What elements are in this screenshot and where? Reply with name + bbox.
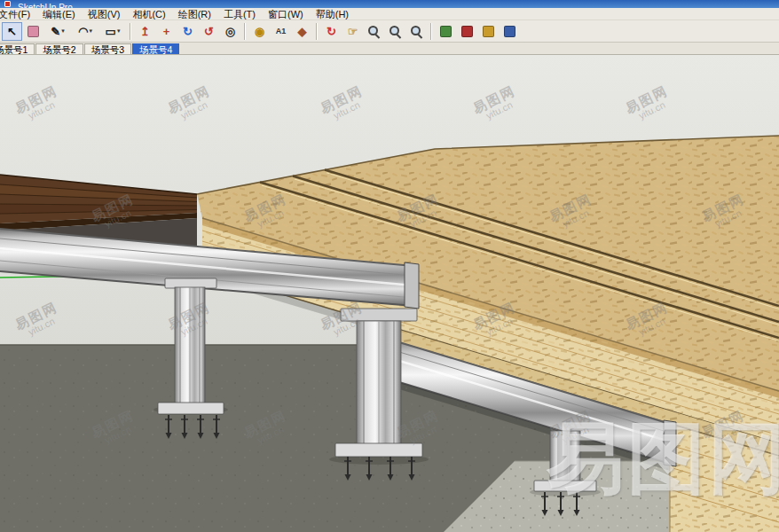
dropdown-arrow-icon[interactable]: ▾: [117, 27, 121, 35]
styles-icon[interactable]: [478, 22, 499, 41]
dropdown-arrow-icon[interactable]: ▾: [61, 27, 65, 35]
window-title: SketchUp Pro: [18, 3, 73, 8]
select-tool-icon[interactable]: ↖: [2, 22, 22, 41]
shadows-icon-glyph: [504, 26, 515, 37]
app-icon: [4, 1, 11, 7]
line-tool-icon[interactable]: ✎▾: [44, 22, 71, 41]
materials-icon-glyph: [461, 26, 473, 37]
sketchup-window: SketchUp Pro 文件(F)编辑(E)视图(V)相机(C)绘图(R)工具…: [0, 0, 779, 532]
menu-item-edit[interactable]: 编辑(E): [36, 8, 82, 20]
move-tool-icon[interactable]: +: [156, 22, 177, 41]
select-tool-icon-glyph: ↖: [7, 26, 17, 37]
arc-tool-icon[interactable]: ◠▾: [72, 22, 98, 41]
toolbar-separator: [430, 23, 432, 40]
offset-tool-icon[interactable]: ◎: [220, 22, 240, 41]
menu-item-window[interactable]: 窗口(W): [262, 8, 310, 20]
title-bar[interactable]: SketchUp Pro: [0, 0, 779, 8]
zoom-window-icon-glyph: [389, 25, 402, 38]
text-tool-icon-glyph: A1: [276, 26, 287, 37]
scene-tabs: 场景号1场景号2场景号3场景号4: [0, 43, 779, 55]
scene-tab-2[interactable]: 场景号2: [35, 43, 83, 55]
rectangle-tool-icon[interactable]: ▭▾: [99, 22, 126, 41]
menu-bar: 文件(F)编辑(E)视图(V)相机(C)绘图(R)工具(T)窗口(W)帮助(H): [0, 8, 779, 20]
dropdown-arrow-icon[interactable]: ▾: [89, 27, 92, 35]
menu-item-draw[interactable]: 绘图(R): [172, 8, 217, 20]
orbit-tool-icon[interactable]: ↻: [321, 22, 342, 41]
viewport-3d[interactable]: 易图网yitu.cn易图网yitu.cn易图网yitu.cn易图网yitu.cn…: [0, 55, 779, 532]
pan-tool-icon-glyph: ☞: [348, 26, 358, 37]
components-icon-glyph: [440, 26, 452, 37]
shadows-icon[interactable]: [500, 22, 520, 41]
rectangle-tool-icon-glyph: ▭: [106, 26, 116, 37]
styles-icon-glyph: [483, 26, 494, 37]
arc-tool-icon-glyph: ◠: [78, 26, 88, 37]
tape-measure-icon[interactable]: ◉: [249, 22, 270, 41]
scene-tab-1[interactable]: 场景号1: [0, 43, 35, 55]
paint-bucket-icon[interactable]: ◆: [292, 22, 312, 41]
toolbar: ↖✎▾◠▾▭▾↥+↻↺◎◉A1◆↻☞: [0, 20, 779, 43]
eraser-tool-icon-glyph: [28, 26, 39, 37]
pushpull-tool-icon[interactable]: ↥: [135, 22, 155, 41]
orbit-tool-icon-glyph: ↻: [327, 26, 336, 37]
menu-item-file[interactable]: 文件(F): [0, 8, 36, 20]
menu-item-view[interactable]: 视图(V): [82, 8, 127, 20]
menu-item-tools[interactable]: 工具(T): [217, 8, 262, 20]
toolbar-separator: [316, 23, 318, 40]
components-icon[interactable]: [436, 22, 456, 41]
zoom-tool-icon[interactable]: [364, 22, 384, 41]
zoom-extents-icon-glyph: [410, 25, 423, 38]
move-tool-icon-glyph: +: [163, 26, 170, 37]
refresh-view-icon-glyph: ↺: [204, 26, 214, 37]
zoom-window-icon[interactable]: [385, 22, 405, 41]
menu-item-camera[interactable]: 相机(C): [126, 8, 171, 20]
pushpull-tool-icon-glyph: ↥: [140, 26, 150, 37]
line-tool-icon-glyph: ✎: [51, 26, 60, 37]
offset-tool-icon-glyph: ◎: [225, 26, 235, 37]
materials-icon[interactable]: [457, 22, 477, 41]
model-canvas[interactable]: [0, 55, 779, 532]
scene-tab-3[interactable]: 场景号3: [84, 43, 131, 55]
scene-tab-4[interactable]: 场景号4: [132, 43, 179, 55]
eraser-tool-icon[interactable]: [23, 22, 43, 41]
toolbar-separator: [130, 23, 131, 40]
toolbar-separator: [244, 23, 246, 40]
rotate-tool-icon[interactable]: ↻: [177, 22, 198, 41]
text-tool-icon[interactable]: A1: [271, 22, 291, 41]
pan-tool-icon[interactable]: ☞: [342, 22, 363, 41]
tape-measure-icon-glyph: ◉: [255, 26, 264, 37]
paint-bucket-icon-glyph: ◆: [298, 26, 307, 37]
rotate-tool-icon-glyph: ↻: [183, 26, 193, 37]
zoom-extents-icon[interactable]: [406, 22, 427, 41]
refresh-view-icon[interactable]: ↺: [199, 22, 219, 41]
zoom-tool-icon-glyph: [367, 25, 381, 38]
menu-item-help[interactable]: 帮助(H): [310, 8, 355, 20]
